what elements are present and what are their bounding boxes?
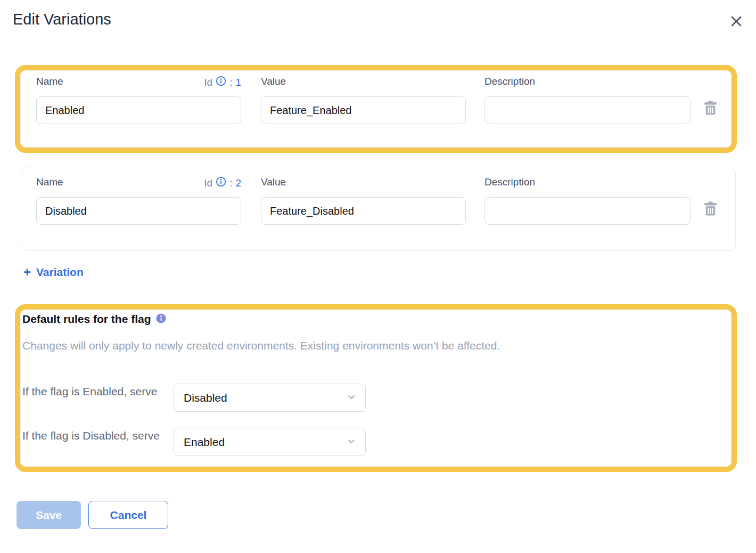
variation-value-input[interactable] <box>261 96 466 124</box>
serve-when-enabled-select[interactable]: Disabled <box>174 384 366 412</box>
plus-icon: + <box>23 265 31 279</box>
trash-icon <box>704 101 717 117</box>
selected-variation: Enabled <box>184 436 346 449</box>
variation-name-input[interactable] <box>36 197 241 225</box>
default-rules-header: Default rules for the flag <box>22 313 166 326</box>
id-value: 1 <box>235 77 241 88</box>
variation-id-badge: Id : 2 <box>204 176 241 190</box>
trash-icon <box>704 201 717 217</box>
selected-variation: Disabled <box>184 392 346 404</box>
default-rules-subtitle: Changes will only apply to newly created… <box>22 339 500 352</box>
value-label: Value <box>261 76 286 87</box>
close-icon <box>729 14 743 30</box>
rule-label-enabled: If the flag is Enabled, serve <box>22 383 160 400</box>
page-title: Edit Variations <box>13 11 111 28</box>
description-label: Description <box>484 176 535 188</box>
save-button[interactable]: Save <box>17 501 81 529</box>
chevron-down-icon <box>346 392 357 404</box>
id-colon: : <box>229 77 232 88</box>
delete-variation-button[interactable] <box>702 101 718 117</box>
rule-label-disabled: If the flag is Disabled, serve <box>22 427 160 444</box>
variation-value-input[interactable] <box>261 197 466 225</box>
default-rules-title: Default rules for the flag <box>22 313 151 326</box>
id-label: Id <box>204 77 212 88</box>
value-label: Value <box>261 176 286 188</box>
name-label: Name <box>36 176 63 188</box>
chevron-down-icon <box>346 436 357 449</box>
variation-name-input[interactable] <box>36 96 241 124</box>
description-label: Description <box>484 76 535 87</box>
name-label: Name <box>36 76 63 87</box>
serve-when-disabled-select[interactable]: Enabled <box>174 428 366 456</box>
edit-variations-modal: Edit Variations Name Id : 1 Value Descri… <box>0 0 756 553</box>
id-value: 2 <box>235 177 241 189</box>
add-variation-label: Variation <box>36 266 84 279</box>
id-colon: : <box>229 177 232 189</box>
cancel-button[interactable]: Cancel <box>88 501 168 529</box>
variation-id-badge: Id : 1 <box>204 76 241 89</box>
id-label: Id <box>204 177 212 189</box>
add-variation-button[interactable]: + Variation <box>23 265 84 279</box>
info-icon[interactable] <box>216 76 226 89</box>
info-filled-icon[interactable] <box>156 313 166 326</box>
close-button[interactable] <box>727 13 745 31</box>
variation-description-input[interactable] <box>484 197 691 225</box>
delete-variation-button[interactable] <box>702 201 718 217</box>
variation-description-input[interactable] <box>484 96 691 124</box>
info-icon[interactable] <box>216 176 226 190</box>
